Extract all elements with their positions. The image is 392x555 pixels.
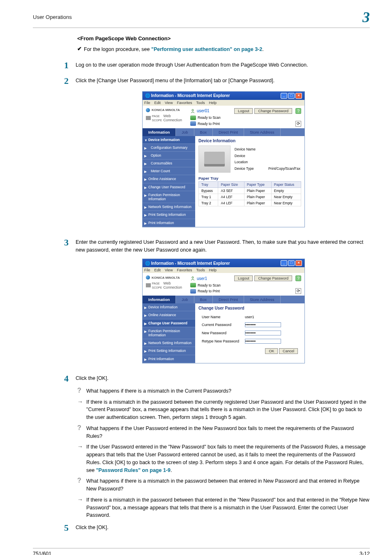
table-row: BypassA3 SEFPlain PaperEmpty — [199, 187, 301, 194]
qa-a3: If there is a mismatch in the password b… — [86, 496, 370, 519]
step-4-text: Click the [OK]. — [76, 373, 370, 382]
question-icon: ? — [77, 477, 86, 484]
ie-menubar[interactable]: FileEditViewFavoritesToolsHelp — [143, 100, 304, 106]
table-row: Tray 2A4 LEFPlain PaperNear Empty — [199, 200, 301, 206]
tab-box[interactable]: Box — [194, 128, 213, 136]
sidebar-change-user-pw[interactable]: ▶Change User Password — [143, 319, 195, 327]
sidebar-online-assist[interactable]: ▶Online Assistance — [143, 175, 195, 183]
current-user: user01 — [197, 109, 210, 113]
change-password-button[interactable]: Change Password — [254, 108, 292, 114]
refresh-icon[interactable]: ⟳ — [295, 288, 301, 294]
refresh-icon[interactable]: ⟳ — [295, 121, 301, 127]
maximize-icon[interactable]: □ — [288, 93, 295, 99]
sidebar-print-setting[interactable]: ▶Print Setting Information — [143, 211, 195, 219]
dev-loc-label: Device Location — [235, 153, 267, 165]
tab-store-address[interactable]: Store Address — [244, 296, 281, 303]
pane-heading: Device Information — [198, 139, 301, 143]
current-password-input[interactable] — [245, 322, 281, 327]
screenshot-2-window: 🌐 Information - Microsoft Internet Explo… — [142, 259, 305, 363]
sidebar: ▶Device Information ▶Online Assistance ▶… — [143, 303, 195, 363]
help-icon[interactable]: ? — [295, 275, 301, 281]
password-rules-link[interactable]: "Password Rules" on page 1-9 — [96, 467, 171, 473]
scan-status-icon — [190, 116, 196, 120]
screenshot-1-window: 🌐 Information - Microsoft Internet Explo… — [142, 91, 305, 227]
auth-link[interactable]: "Performing user authentication" on page… — [151, 46, 262, 52]
sidebar-print-info[interactable]: ▶Print Information — [143, 219, 195, 227]
tab-information[interactable]: Information — [143, 296, 176, 303]
minimize-icon[interactable]: _ — [281, 260, 287, 266]
qa-q3: What happens if there is a mismatch in t… — [86, 477, 370, 493]
sidebar-network-setting[interactable]: ▶Network Setting Information — [143, 203, 195, 211]
sidebar-print-setting[interactable]: ▶Print Setting Information — [143, 347, 195, 355]
tab-information[interactable]: Information — [143, 128, 176, 136]
logon-note: For the logon procedure, see "Performing… — [84, 46, 370, 53]
sidebar-func-permission[interactable]: ▶Function Permission Information — [143, 327, 195, 339]
qa-q1: What happens if there is a mismatch in t… — [86, 387, 370, 395]
dev-type-label: Device Type — [235, 166, 267, 172]
cancel-button[interactable]: Cancel — [279, 348, 298, 354]
tab-direct-print[interactable]: Direct Print — [213, 128, 244, 136]
print-status-icon — [190, 121, 196, 126]
section-subhead: <From PageScope Web Connection> — [77, 35, 370, 42]
user-icon — [190, 276, 195, 281]
sidebar-option[interactable]: ▶Option — [143, 152, 195, 160]
ready-print-label: Ready to Print — [198, 289, 220, 293]
user-icon — [190, 109, 195, 113]
arrow-icon: → — [77, 496, 86, 502]
qa-q2: What happens if the User Password entere… — [86, 425, 370, 440]
sidebar-print-info[interactable]: ▶Print Information — [143, 355, 195, 363]
sidebar-config-summary[interactable]: ▶Configuration Summary — [143, 144, 195, 152]
sidebar-device-info[interactable]: ▶Device Information — [143, 303, 195, 311]
tab-direct-print[interactable]: Direct Print — [213, 296, 244, 303]
tab-box[interactable]: Box — [194, 296, 213, 303]
print-status-icon — [190, 289, 196, 294]
sidebar-meter-count[interactable]: ▶Meter Count — [143, 167, 195, 175]
new-pw-label: New Password — [199, 329, 242, 337]
arrow-icon: → — [77, 443, 86, 449]
pane-heading: Change User Password — [198, 306, 301, 310]
sidebar-online-assist[interactable]: ▶Online Assistance — [143, 311, 195, 319]
logout-button[interactable]: Logout — [234, 108, 253, 114]
chapter-number: 3 — [362, 12, 370, 23]
dev-name-label: Device Name — [235, 146, 267, 153]
help-icon[interactable]: ? — [295, 108, 301, 114]
step-2-text: Click the [Change User Password] menu of… — [76, 76, 370, 85]
question-icon: ? — [77, 387, 86, 394]
question-icon: ? — [77, 425, 86, 431]
tab-store-address[interactable]: Store Address — [244, 128, 281, 136]
sidebar-change-user-pw[interactable]: ▶Change User Password — [143, 183, 195, 191]
step-5-text: Click the [OK]. — [76, 523, 370, 532]
step-number: 5 — [64, 523, 76, 533]
username-value: user1 — [242, 314, 284, 320]
window-title: 🌐 Information - Microsoft Internet Explo… — [145, 261, 230, 266]
table-row: Tray 1A4 LEFPlain PaperNear Empty — [199, 194, 301, 200]
close-icon[interactable]: × — [295, 93, 302, 99]
paper-tray-heading: Paper Tray — [198, 176, 301, 180]
maximize-icon[interactable]: □ — [288, 260, 295, 266]
check-icon: ✔ — [77, 46, 84, 52]
current-user: user1 — [197, 276, 207, 281]
step-number: 2 — [64, 76, 76, 86]
change-password-button[interactable]: Change Password — [254, 275, 292, 281]
sidebar-func-permission[interactable]: ▶Function Permission Information — [143, 191, 195, 203]
arrow-icon: → — [77, 398, 86, 405]
ok-button[interactable]: OK — [265, 348, 278, 354]
close-icon[interactable]: × — [295, 260, 302, 266]
window-title: 🌐 Information - Microsoft Internet Explo… — [145, 93, 230, 98]
sidebar: ▼Device Information ▶Configuration Summa… — [143, 136, 195, 227]
tab-job[interactable]: Job — [176, 296, 194, 303]
footer-left: 751/601 — [33, 551, 51, 555]
retype-password-input[interactable] — [245, 339, 281, 344]
logout-button[interactable]: Logout — [234, 275, 253, 281]
sidebar-network-setting[interactable]: ▶Network Setting Information — [143, 339, 195, 347]
ready-scan-label: Ready to Scan — [198, 283, 221, 287]
brand-logo: KONICA MINOLTA — [146, 108, 190, 112]
new-password-input[interactable] — [245, 331, 281, 335]
username-label: User Name — [199, 314, 242, 320]
ie-menubar[interactable]: FileEditViewFavoritesToolsHelp — [143, 267, 304, 273]
minimize-icon[interactable]: _ — [281, 93, 287, 99]
tab-job[interactable]: Job — [176, 128, 194, 136]
sidebar-consumables[interactable]: ▶Consumables — [143, 160, 195, 167]
sidebar-device-info[interactable]: ▼Device Information — [143, 136, 195, 144]
retype-pw-label: Retype New Password — [199, 338, 242, 345]
